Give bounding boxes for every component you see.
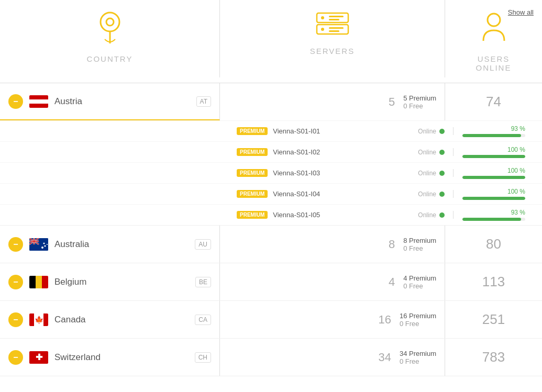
country-code: AU [195,239,211,250]
premium-badge: PREMIUM [237,127,268,135]
svg-point-21 [41,247,43,249]
country-code: CH [195,352,211,363]
server-item: PREMIUM Vienna-S01-I04 Online 100 % [0,183,542,204]
free-count: 0 Free [403,102,436,110]
country-name: Belgium [54,277,195,287]
servers-icon [314,10,351,42]
usage-bar-bg [462,218,525,221]
usage-percent: 93 % [511,209,525,216]
server-count: 16 [378,313,391,327]
online-dot [439,171,445,176]
country-row: − 🍁 Canada CA 16 16 Premium 0 Free 251 [0,301,542,339]
usage-percent: 100 % [507,167,525,174]
users-cell: 783 [445,339,542,376]
country-name: Switzerland [54,352,195,363]
free-count: 0 Free [403,282,436,290]
country-name: Australia [54,239,195,250]
svg-point-22 [45,245,46,247]
free-count: 0 Free [403,244,436,252]
servers-header-label: SERVERS [310,47,355,55]
expand-button[interactable]: − [8,312,23,327]
expand-button[interactable]: − [8,350,23,365]
svg-point-10 [488,14,500,26]
servers-cell: 34 34 Premium 0 Free [220,339,445,376]
premium-badge: PREMIUM [237,211,268,219]
premium-count: 16 Premium [400,312,436,320]
svg-point-23 [43,242,45,244]
country-code: AT [196,96,211,107]
usage-bar-bg [462,176,525,179]
server-count: 8 [389,238,395,251]
server-item-right: 100 % [453,146,534,158]
premium-count: 8 Premium [403,237,436,244]
server-details: 4 Premium 0 Free [403,274,436,290]
expand-button[interactable]: − [8,237,23,252]
online-status: Online [418,211,445,219]
flag-ca: 🍁 [29,313,48,326]
server-name: Vienna-S01-I02 [273,148,418,156]
users-cell: 80 [445,226,542,263]
server-name: Vienna-S01-I01 [273,127,418,135]
server-item-mid: PREMIUM Vienna-S01-I04 Online [228,190,453,198]
server-item-mid: PREMIUM Vienna-S01-I03 Online [228,169,453,177]
server-item-right: 93 % [453,125,534,137]
premium-badge: PREMIUM [237,169,268,177]
server-item: PREMIUM Vienna-S01-I03 Online 100 % [0,162,542,183]
users-count: 251 [482,311,505,328]
flag-au [29,238,48,251]
table-header: COUNTRY SERVERS [0,0,542,83]
server-name: Vienna-S01-I05 [273,211,418,219]
svg-point-24 [47,244,48,245]
svg-rect-9 [329,30,339,32]
expand-button[interactable]: − [8,275,23,289]
usage-percent: 100 % [507,146,525,153]
country-header-label: COUNTRY [87,54,133,63]
usage-percent: 100 % [507,188,525,195]
premium-count: 4 Premium [403,274,436,282]
svg-point-3 [321,16,324,19]
users-count: 113 [482,274,505,290]
server-details: 5 Premium 0 Free [403,94,436,110]
users-cell: 113 [445,263,542,300]
country-row: − Austria AT 5 5 Premium 0 Free 74 [0,83,542,120]
table-body: − Austria AT 5 5 Premium 0 Free 74 [0,83,542,376]
country-row: − ✚ Switzerland CH 34 34 Premium 0 Free … [0,339,542,376]
flag-ch: ✚ [29,351,48,364]
server-item-mid: PREMIUM Vienna-S01-I05 Online [228,211,453,219]
server-details: 16 Premium 0 Free [400,312,436,328]
server-item-right: 93 % [453,209,534,221]
show-all-link[interactable]: Show all [508,8,534,16]
premium-count: 5 Premium [403,94,436,102]
usage-bar-fill [462,218,521,221]
svg-rect-8 [329,27,344,29]
servers-cell: 5 5 Premium 0 Free [220,83,445,120]
usage-bar-bg [462,134,525,137]
main-container: Show all COUNTRY [0,0,542,392]
svg-point-1 [106,18,114,26]
usage-bar-bg [462,197,525,200]
online-status: Online [418,128,445,135]
country-cell: − 🍁 Canada CA [0,301,220,338]
users-count: 80 [486,236,501,252]
flag-at [29,95,48,108]
server-list: PREMIUM Vienna-S01-I01 Online 93 % [0,120,542,226]
usage-bar-fill [462,197,525,200]
location-pin-icon [97,10,123,50]
country-code: BE [195,277,211,287]
free-count: 0 Free [400,357,436,365]
users-header-label: USERS ONLINE [476,54,512,72]
free-count: 0 Free [400,320,436,328]
server-item-right: 100 % [453,188,534,200]
server-item: PREMIUM Vienna-S01-I01 Online 93 % [0,120,542,141]
users-cell: 251 [445,301,542,338]
usage-percent: 93 % [511,125,525,132]
server-item: PREMIUM Vienna-S01-I02 Online 100 % [0,141,542,162]
country-name: Canada [54,315,195,325]
country-column-header: COUNTRY [0,0,220,77]
server-name: Vienna-S01-I04 [273,190,418,198]
premium-badge: PREMIUM [237,148,268,156]
users-count: 74 [486,94,501,110]
expand-button[interactable]: − [8,94,23,109]
usage-bar-fill [462,134,521,137]
online-dot [439,212,445,218]
